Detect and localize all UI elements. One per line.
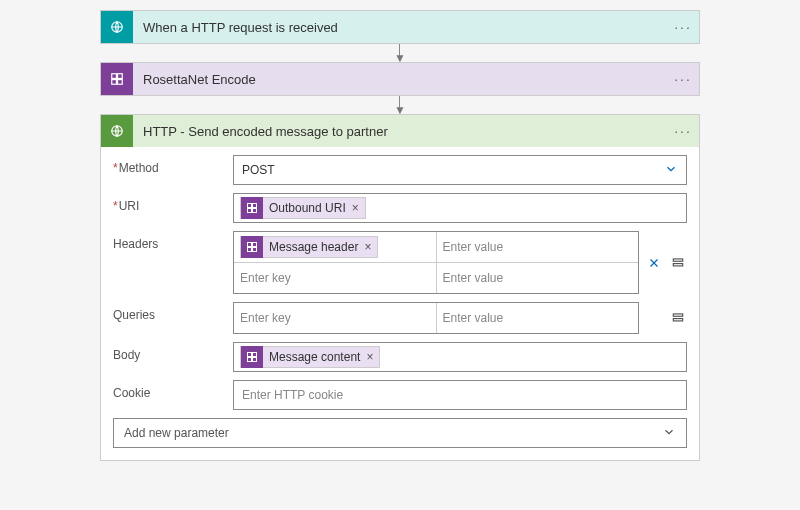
svg-rect-7 <box>253 204 257 208</box>
flow-arrow-icon: ▼ <box>394 44 406 62</box>
step-title: HTTP - Send encoded message to partner <box>133 124 667 139</box>
step-http-action: HTTP - Send encoded message to partner ·… <box>100 114 700 461</box>
cookie-input[interactable]: Enter HTTP cookie <box>233 380 687 410</box>
svg-rect-9 <box>253 209 257 213</box>
table-row: Enter key Enter value <box>234 262 638 293</box>
flow-canvas: When a HTTP request is received ··· ▼ Ro… <box>0 0 800 471</box>
body-input[interactable]: Message content × <box>233 342 687 372</box>
svg-rect-15 <box>673 263 682 265</box>
rosettanet-icon <box>241 197 263 219</box>
chevron-down-icon <box>664 162 678 179</box>
svg-rect-11 <box>253 243 257 247</box>
svg-rect-14 <box>673 258 682 260</box>
cookie-label: Cookie <box>113 380 233 400</box>
headers-table: Message header × Enter value Enter key E… <box>233 231 639 294</box>
rosettanet-icon <box>241 346 263 368</box>
uri-token[interactable]: Outbound URI × <box>240 197 366 219</box>
svg-rect-12 <box>248 248 252 252</box>
svg-rect-13 <box>253 248 257 252</box>
svg-rect-8 <box>248 209 252 213</box>
header-value-cell[interactable]: Enter value <box>436 232 639 262</box>
step-http-trigger[interactable]: When a HTTP request is received ··· <box>100 10 700 44</box>
svg-rect-20 <box>248 358 252 362</box>
step-title: RosettaNet Encode <box>133 72 667 87</box>
token-remove-icon[interactable]: × <box>364 240 377 254</box>
token-label: Outbound URI <box>263 201 352 215</box>
flow-arrow-icon: ▼ <box>394 96 406 114</box>
uri-label: URI <box>113 193 233 213</box>
query-value-cell[interactable]: Enter value <box>436 303 639 333</box>
svg-rect-6 <box>248 204 252 208</box>
svg-rect-17 <box>673 319 682 321</box>
header-key-token[interactable]: Message header × <box>240 236 378 258</box>
add-parameter-label: Add new parameter <box>124 426 229 440</box>
chevron-down-icon <box>662 425 676 442</box>
svg-rect-19 <box>253 353 257 357</box>
svg-rect-18 <box>248 353 252 357</box>
step-menu-button[interactable]: ··· <box>667 115 699 147</box>
query-key-cell[interactable]: Enter key <box>234 303 436 333</box>
svg-rect-16 <box>673 314 682 316</box>
method-label: Method <box>113 155 233 175</box>
http-action-icon <box>101 115 133 147</box>
add-parameter-select[interactable]: Add new parameter <box>113 418 687 448</box>
ellipsis-icon: ··· <box>674 71 692 87</box>
token-label: Message content <box>263 350 366 364</box>
method-select[interactable]: POST <box>233 155 687 185</box>
ellipsis-icon: ··· <box>674 19 692 35</box>
method-value: POST <box>242 163 275 177</box>
svg-rect-21 <box>253 358 257 362</box>
table-row: Enter key Enter value <box>234 303 638 333</box>
body-token[interactable]: Message content × <box>240 346 380 368</box>
rosettanet-icon <box>241 236 263 258</box>
step-rosettanet-encode[interactable]: RosettaNet Encode ··· <box>100 62 700 96</box>
token-label: Message header <box>263 240 364 254</box>
uri-input[interactable]: Outbound URI × <box>233 193 687 223</box>
step-menu-button[interactable]: ··· <box>667 11 699 43</box>
rosettanet-icon <box>101 63 133 95</box>
table-row: Message header × Enter value <box>234 232 638 262</box>
svg-rect-1 <box>112 74 117 79</box>
header-key-cell[interactable]: Message header × <box>234 232 436 262</box>
queries-table: Enter key Enter value <box>233 302 639 334</box>
queries-label: Queries <box>113 302 233 322</box>
svg-rect-10 <box>248 243 252 247</box>
token-remove-icon[interactable]: × <box>366 350 379 364</box>
headers-label: Headers <box>113 231 233 251</box>
http-request-icon <box>101 11 133 43</box>
step-title: When a HTTP request is received <box>133 20 667 35</box>
header-key-cell[interactable]: Enter key <box>234 263 436 293</box>
switch-to-text-mode-button[interactable] <box>669 254 687 272</box>
token-remove-icon[interactable]: × <box>352 201 365 215</box>
body-label: Body <box>113 342 233 362</box>
header-value-cell[interactable]: Enter value <box>436 263 639 293</box>
svg-rect-4 <box>118 80 123 85</box>
header-row-delete-button[interactable] <box>645 254 663 272</box>
switch-to-text-mode-button[interactable] <box>669 309 687 327</box>
svg-rect-3 <box>112 80 117 85</box>
ellipsis-icon: ··· <box>674 123 692 139</box>
step-menu-button[interactable]: ··· <box>667 63 699 95</box>
svg-rect-2 <box>118 74 123 79</box>
